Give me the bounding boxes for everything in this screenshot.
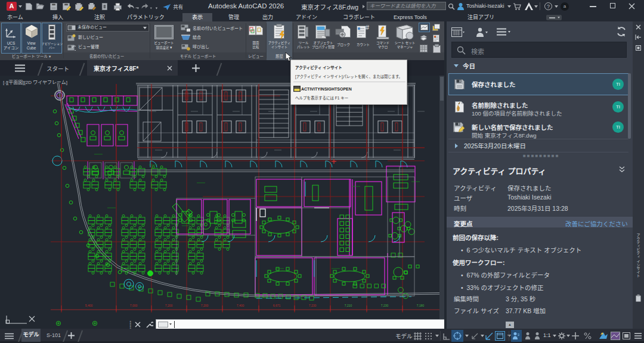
svg-text:7,230: 7,230 <box>309 304 317 307</box>
svg-text:7,180: 7,180 <box>417 304 425 307</box>
svg-text:#: # <box>366 24 369 31</box>
svg-text:7,400: 7,400 <box>237 304 244 307</box>
svg-text:7,000: 7,000 <box>130 304 138 307</box>
svg-text:7,200: 7,200 <box>201 304 209 307</box>
svg-text:5,400: 5,400 <box>85 304 93 307</box>
svg-text:7,230: 7,230 <box>381 304 389 307</box>
svg-text:共有: 共有 <box>174 4 183 10</box>
svg-text:7,210: 7,210 <box>345 304 352 307</box>
svg-text:7,200: 7,200 <box>165 304 173 307</box>
svg-text:6,671: 6,671 <box>273 304 281 307</box>
